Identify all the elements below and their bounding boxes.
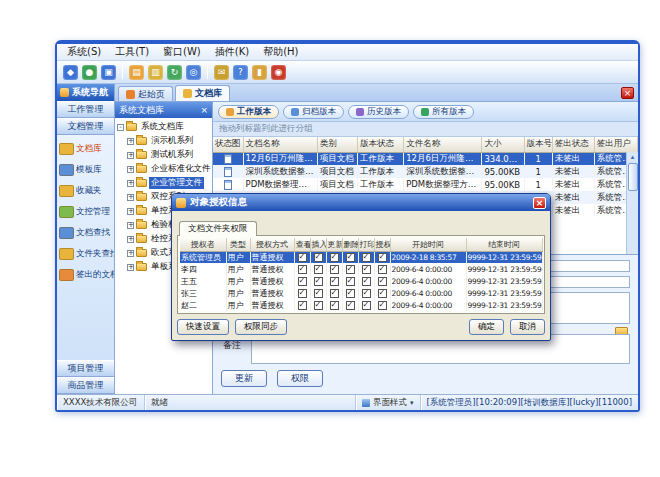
column-header[interactable]: 类型 [226,238,250,251]
table-row[interactable]: 深圳系统数据整理方案 项目文档 工作版本 深圳系统数据整理方案.doc 95.0… [213,165,638,178]
print-checkbox[interactable] [362,277,371,286]
delete-checkbox[interactable] [346,265,355,274]
column-header[interactable]: 删除 [342,238,358,251]
column-header[interactable]: 授权方式 [250,238,294,251]
view-checkbox[interactable] [298,289,307,298]
print-checkbox[interactable] [362,265,371,274]
grant-checkbox[interactable] [378,265,387,274]
column-header[interactable]: 签出状态 [552,137,594,152]
insert-checkbox[interactable] [314,253,323,262]
expand-icon[interactable]: + [127,250,134,257]
tab-history-version[interactable]: 历史版本 [348,105,409,119]
sidebar-item-checked-out-docs[interactable]: 签出的文档 [59,269,112,281]
app-icon[interactable]: ◆ [63,65,78,80]
permission-sync-button[interactable]: 权限同步 [235,319,287,335]
tab-working-version[interactable]: 工作版本 [218,105,279,119]
grant-checkbox[interactable] [378,277,387,286]
save-icon[interactable]: ▣ [101,65,116,80]
collapse-icon[interactable]: - [117,124,124,131]
menu-plugins[interactable]: 插件(K) [209,44,257,60]
tree-node[interactable]: + 企业管理文件 [117,176,212,190]
permission-row[interactable]: 李四 用户 普通授权 2009-6-4 0:00:00 9999-1 [180,263,542,275]
view-checkbox[interactable] [298,301,307,310]
column-header[interactable]: 文档名称 [243,137,317,152]
menu-tools[interactable]: 工具(T) [109,44,157,60]
view-checkbox[interactable] [298,253,307,262]
grid-scrollbar[interactable]: ▴ [626,152,638,254]
table-row[interactable]: PDM数据整理方案.doc 项目文档 工作版本 PDM数据整理方案.doc 95… [213,178,638,191]
expand-icon[interactable]: + [127,152,134,159]
permission-row[interactable]: 王五 用户 普通授权 2009-6-4 0:00:00 9999-1 [180,275,542,287]
sidebar-panel-goods-management[interactable]: 商品管理 [57,377,114,394]
view-checkbox[interactable] [298,277,307,286]
grant-checkbox[interactable] [378,289,387,298]
expand-icon[interactable]: + [127,236,134,243]
column-header[interactable]: 文件名称 [404,137,482,152]
ui-style-selector[interactable]: 界面样式 ▾ [356,395,421,410]
tree-node[interactable]: + 演示机系列 [117,134,212,148]
toolbar-separator[interactable] [122,65,123,79]
update-button[interactable]: 更新 [221,370,267,387]
menu-system[interactable]: 系统(S) [61,44,109,60]
print-checkbox[interactable] [362,301,371,310]
sidebar-item-doc-search[interactable]: 文档查找 [59,227,112,239]
delete-checkbox[interactable] [346,289,355,298]
update-checkbox[interactable] [330,277,339,286]
menu-window[interactable]: 窗口(W) [157,44,209,60]
insert-checkbox[interactable] [314,265,323,274]
column-header[interactable]: 授权者 [180,238,226,251]
tree-root[interactable]: - 系统文档库 [117,120,212,134]
expand-icon[interactable]: + [127,194,134,201]
new-doc-icon[interactable]: ▤ [129,65,144,80]
expand-icon[interactable]: + [127,222,134,229]
table-row[interactable]: 12月6日万州隆阳门... 项目文档 工作版本 12月6日万州隆阳门... 33… [213,152,638,165]
search-icon[interactable]: ◎ [186,65,201,80]
permission-row[interactable]: 张三 用户 普通授权 2009-6-4 0:00:00 9999-1 [180,287,542,299]
column-header[interactable]: 插入 [310,238,326,251]
expand-icon[interactable]: + [127,180,134,187]
insert-checkbox[interactable] [314,289,323,298]
dialog-title-bar[interactable]: 对象授权信息 × [172,194,550,211]
column-header[interactable]: 开始时间 [390,238,466,251]
update-checkbox[interactable] [330,289,339,298]
expand-icon[interactable]: + [127,166,134,173]
permission-button[interactable]: 权限 [277,370,323,387]
group-by-bar[interactable]: 拖动列标题到此进行分组 [213,122,638,137]
permission-row[interactable]: 系统管理员 用户 普通授权 2009-2-18 8:35:57 99 [180,251,542,263]
column-header[interactable]: 版本状态 [357,137,403,152]
dialog-tab-folder-permissions[interactable]: 文档文件夹权限 [179,221,257,236]
sidebar-item-favorites[interactable]: 收藏夹 [59,185,112,197]
tab-start-page[interactable]: 起始页 [118,86,173,101]
grant-checkbox[interactable] [378,301,387,310]
column-header[interactable]: 授权 [374,238,390,251]
column-header[interactable]: 打印 [358,238,374,251]
insert-checkbox[interactable] [314,301,323,310]
delete-checkbox[interactable] [346,253,355,262]
lock-icon[interactable]: ▮ [252,65,267,80]
column-header[interactable]: 大小 [482,137,524,152]
tree-node[interactable]: + 测试机系列 [117,148,212,162]
column-header[interactable]: 签出用户 [594,137,637,152]
ok-button[interactable]: 确定 [469,319,504,335]
sidebar-panel-work-management[interactable]: 工作管理 [57,101,114,118]
update-checkbox[interactable] [330,301,339,310]
connect-icon[interactable]: ● [82,65,97,80]
scroll-thumb[interactable] [628,163,638,191]
sidebar-panel-document-management[interactable]: 文档管理 [57,118,114,135]
close-dialog-icon[interactable]: × [533,197,546,209]
sidebar-item-template-library[interactable]: 模板库 [59,164,112,176]
column-header[interactable]: 结束时间 [466,238,542,251]
tab-archived-version[interactable]: 归档版本 [283,105,344,119]
tree-node[interactable]: + 企业标准化文件 [117,162,212,176]
update-checkbox[interactable] [330,253,339,262]
exit-icon[interactable]: ◉ [271,65,286,80]
expand-icon[interactable]: + [127,208,134,215]
cancel-button[interactable]: 取消 [510,319,545,335]
help-icon[interactable]: ? [233,65,248,80]
grant-checkbox[interactable] [378,253,387,262]
toolbar-separator[interactable] [207,65,208,79]
close-tree-icon[interactable]: × [200,106,208,115]
menu-help[interactable]: 帮助(H) [257,44,306,60]
insert-checkbox[interactable] [314,277,323,286]
permission-row[interactable]: 赵二 用户 普通授权 2009-6-4 0:00:00 9999-1 [180,299,542,311]
